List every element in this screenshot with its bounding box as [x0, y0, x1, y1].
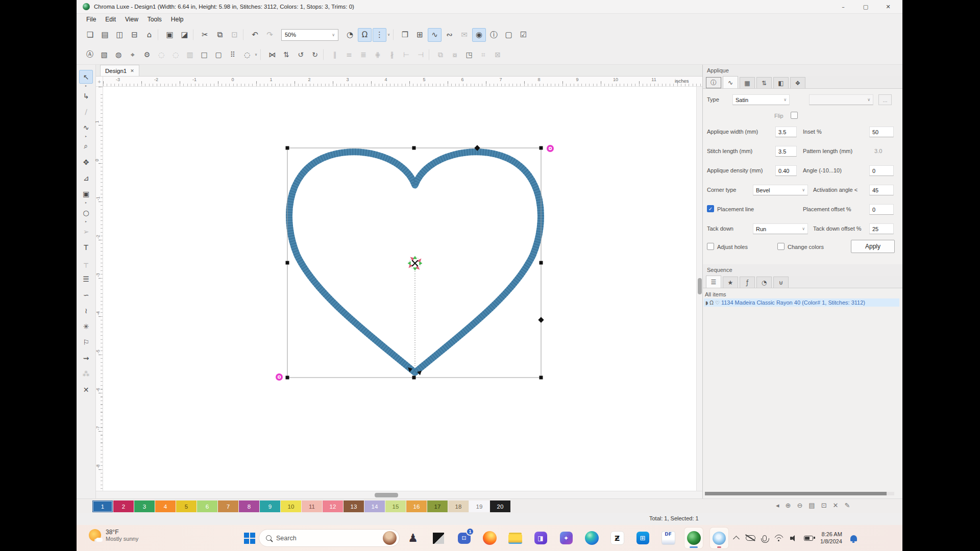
separator[interactable] [260, 49, 264, 60]
palette-swatch[interactable]: 13 [344, 500, 364, 512]
separator[interactable] [158, 29, 161, 40]
design-settings-icon[interactable]: ⚙ [140, 48, 154, 61]
palette-swatch[interactable]: 5 [176, 500, 197, 512]
insert-photo-icon[interactable]: ◪ [178, 28, 191, 42]
skew-handle-right[interactable] [538, 317, 544, 322]
ms-store-icon[interactable]: ⊞ [633, 528, 652, 548]
separator[interactable] [323, 49, 327, 60]
applique-density-input[interactable]: 0.40 [775, 165, 797, 176]
shapes-tool[interactable]: ○ [79, 206, 93, 219]
redwork-view-icon[interactable]: ◉ [472, 28, 486, 42]
horizontal-scrollbar[interactable] [96, 491, 702, 498]
type-select[interactable]: Satin∨ [732, 94, 790, 105]
tab-design1[interactable]: Design1 ✕ [100, 65, 139, 76]
placement-offset-input[interactable]: 0 [869, 204, 894, 215]
undo-icon[interactable]: ↶ [248, 28, 262, 42]
slow-draw-icon[interactable]: ◔ [343, 28, 357, 42]
lock-stitches-icon[interactable]: Ω [358, 28, 372, 42]
tack-down-select[interactable]: Run∨ [753, 223, 808, 234]
previous-view-icon[interactable]: ◂ [776, 502, 779, 509]
zoom-tool[interactable]: ⌕ [79, 139, 93, 153]
tab-fill[interactable]: ▦ [740, 77, 755, 88]
change-colors-checkbox[interactable] [777, 243, 785, 250]
activation-angle-input[interactable]: 45 [869, 185, 894, 195]
run-stitch-tool[interactable]: ∽ [79, 288, 93, 302]
tab-effects[interactable]: ƒ [740, 277, 755, 288]
weather-widget[interactable]: 38°F Mostly sunny [89, 529, 138, 542]
taskbar-clock[interactable]: 8:26 AM 1/8/2024 [820, 531, 842, 545]
applique-width-input[interactable]: 3.5 [775, 127, 797, 137]
grid-icon[interactable]: ⊞ [413, 28, 427, 42]
emblem-icon[interactable]: ◍ [112, 48, 125, 61]
knife-tool[interactable]: ∕ [79, 105, 93, 118]
vertical-scrollbar[interactable] [696, 87, 702, 491]
stitch-length-input[interactable]: 3.5 [775, 146, 797, 157]
battery-icon[interactable] [804, 536, 813, 541]
ungroup-icon[interactable]: ⧇ [448, 48, 461, 61]
cloud-off-icon[interactable] [746, 535, 755, 541]
shape-path-tool[interactable]: ∿ [79, 120, 93, 134]
photos-app-icon[interactable] [710, 528, 728, 548]
distribute-v-icon[interactable]: ∦ [385, 48, 399, 61]
hoop-icon[interactable]: ▢ [502, 28, 516, 42]
panel-scrollbar-thumb[interactable] [705, 492, 887, 495]
measure-tool[interactable]: ⊿ [79, 171, 93, 185]
group-icon[interactable]: ⧉ [434, 48, 447, 61]
search-input[interactable]: Search [259, 529, 400, 547]
tab-sequence-list[interactable]: ☰ [706, 276, 721, 288]
monitor-icon[interactable]: ⊡ [821, 502, 827, 509]
dropdown-arrow[interactable]: ▸ [79, 83, 93, 88]
chroma-luxe-taskbar-icon[interactable] [684, 528, 703, 548]
tab-shop[interactable]: ⊎ [773, 277, 789, 288]
edit-nodes-tool[interactable]: ↳ [79, 89, 93, 103]
designer-app-icon[interactable]: ✦ [557, 528, 575, 548]
palette-swatch[interactable]: 8 [239, 500, 259, 512]
dropdown-arrow[interactable]: ▸ [79, 200, 93, 205]
menu-view[interactable]: View [120, 16, 143, 23]
small-text-tool[interactable]: ┬ [79, 256, 93, 270]
palette-swatch[interactable]: 2 [113, 500, 134, 512]
redo-icon[interactable]: ↷ [263, 28, 277, 42]
heart-shape-icon[interactable]: ♡ [715, 300, 720, 306]
align-bottom-icon[interactable]: ⊣ [414, 48, 427, 61]
adjust-holes-checkbox[interactable] [707, 243, 714, 250]
search-highlight-avatar[interactable] [383, 531, 397, 545]
dropdown-arrow[interactable]: ▸ [79, 219, 93, 223]
print-icon[interactable]: ⊟ [128, 28, 141, 42]
more-options-button[interactable]: ... [878, 94, 892, 105]
df-design-app-icon[interactable]: DF [659, 528, 677, 548]
zoom-in-icon[interactable]: ⊕ [786, 502, 791, 509]
sequence-item[interactable]: ◗Ω♡ 1134 Madeira Classic Rayon 40 (Color… [704, 298, 899, 307]
separator[interactable] [429, 49, 432, 60]
dropdown-arrow[interactable]: ∨ [253, 48, 259, 61]
edit-icon[interactable]: ✎ [844, 502, 850, 509]
connections-icon[interactable]: ∾ [443, 28, 456, 42]
needle-point-tool[interactable]: ⇝ [79, 351, 93, 365]
visibility-icon[interactable]: ◗ [705, 300, 708, 306]
vertical-scrollbar-thumb[interactable] [698, 278, 702, 294]
align-right-icon[interactable]: ≣ [357, 48, 370, 61]
copy-icon[interactable]: ⧉ [213, 28, 227, 42]
open-design-icon[interactable]: ▤ [98, 28, 112, 42]
palette-swatch[interactable]: 1 [92, 500, 113, 512]
select-region-icon[interactable]: ◳ [462, 48, 476, 61]
pan-tool[interactable]: ✥ [79, 155, 93, 169]
palette-swatch[interactable]: 12 [323, 500, 343, 512]
tab-connections[interactable]: ❖ [790, 77, 805, 88]
view-3d-icon[interactable]: ❒ [398, 28, 412, 42]
lettering-icon[interactable]: Ⓐ [83, 48, 96, 61]
design-canvas[interactable] [103, 87, 696, 491]
minimize-button[interactable]: – [832, 0, 854, 14]
design-properties-icon[interactable]: ☑ [517, 28, 530, 42]
apply-button[interactable]: Apply [851, 240, 895, 253]
embellish-tool[interactable]: ✳ [79, 319, 93, 333]
paste-icon[interactable]: ⊡ [228, 28, 241, 42]
lock-item-icon[interactable]: Ω [709, 300, 714, 306]
trim-tool[interactable]: ✕ [79, 383, 93, 396]
flip-horizontal-icon[interactable]: ⋈ [265, 48, 279, 61]
close-tab-icon[interactable]: ✕ [130, 68, 134, 73]
dropdown-arrow[interactable]: ▸ [79, 134, 93, 138]
volume-icon[interactable] [790, 535, 797, 541]
align-center-icon[interactable]: ≡ [342, 48, 356, 61]
microphone-icon[interactable] [763, 535, 767, 541]
